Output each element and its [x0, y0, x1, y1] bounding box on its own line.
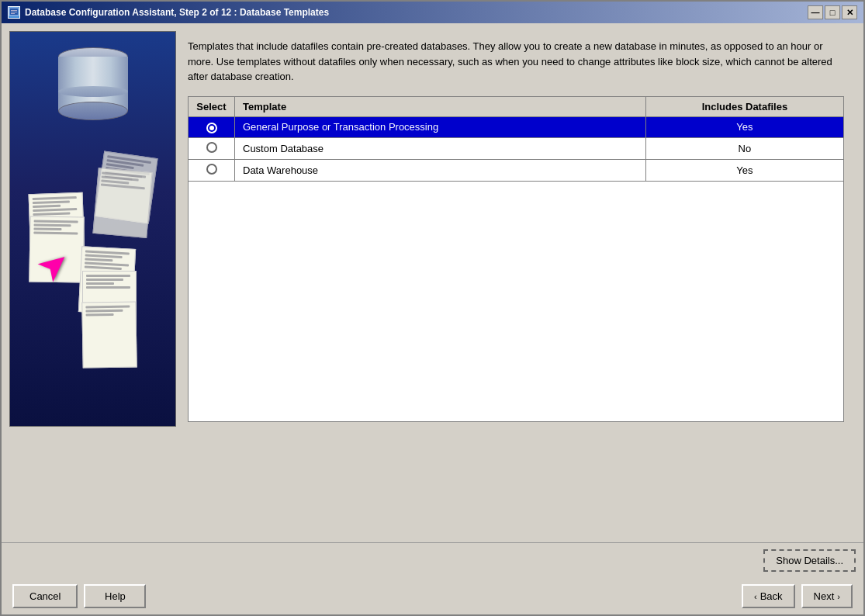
- cancel-button[interactable]: Cancel: [12, 584, 78, 608]
- next-chevron: ›: [837, 592, 840, 601]
- paper-back2: [92, 168, 152, 238]
- radio-cell[interactable]: [189, 116, 235, 137]
- app-icon: [8, 6, 20, 19]
- minimize-button[interactable]: —: [808, 5, 823, 19]
- col-select: Select: [189, 96, 235, 116]
- col-template: Template: [235, 96, 646, 116]
- template-name-cell: Custom Database: [235, 137, 646, 159]
- radio-button[interactable]: [206, 164, 217, 175]
- window-controls: — □ ✕: [808, 5, 857, 19]
- cylinder-graphic: [58, 47, 128, 125]
- templates-table: Select Template Includes Datafiles Gener…: [188, 96, 844, 182]
- footer-bar: Cancel Help ‹ Back Next ›: [2, 578, 863, 614]
- show-details-button[interactable]: Show Details...: [763, 549, 856, 572]
- window-title: Database Configuration Assistant, Step 2…: [25, 7, 329, 18]
- main-window: Database Configuration Assistant, Step 2…: [0, 0, 865, 616]
- description-text: Templates that include datafiles contain…: [188, 39, 844, 85]
- close-button[interactable]: ✕: [842, 5, 857, 19]
- cylinder-ring2: [58, 86, 128, 97]
- template-name-cell: General Purpose or Transaction Processin…: [235, 116, 646, 137]
- maximize-button[interactable]: □: [825, 5, 840, 19]
- help-button[interactable]: Help: [84, 584, 146, 608]
- content-area: ➤ Templates that include datafiles conta…: [2, 23, 863, 542]
- radio-cell[interactable]: [189, 159, 235, 181]
- show-details-bar: Show Details...: [2, 542, 863, 578]
- next-label: Next: [814, 590, 835, 602]
- table-row[interactable]: Data WarehouseYes: [189, 159, 844, 181]
- svg-rect-3: [11, 12, 17, 12]
- next-button[interactable]: Next ›: [801, 584, 853, 608]
- radio-button[interactable]: [206, 123, 217, 133]
- radio-button[interactable]: [206, 142, 217, 153]
- right-panel: Templates that include datafiles contain…: [176, 31, 856, 535]
- template-name-cell: Data Warehouse: [235, 159, 646, 181]
- title-bar-left: Database Configuration Assistant, Step 2…: [8, 6, 329, 19]
- col-includes: Includes Datafiles: [645, 96, 843, 116]
- svg-rect-2: [11, 10, 17, 11]
- table-row[interactable]: General Purpose or Transaction Processin…: [189, 116, 844, 137]
- back-chevron: ‹: [754, 592, 757, 601]
- papers-graphic: ➤: [22, 147, 165, 379]
- includes-datafiles-cell: Yes: [645, 116, 843, 137]
- paper5: [81, 301, 137, 368]
- radio-cell[interactable]: [189, 137, 235, 159]
- cylinder-bottom: [58, 102, 128, 120]
- footer-left-buttons: Cancel Help: [12, 584, 146, 608]
- back-button[interactable]: ‹ Back: [742, 584, 795, 608]
- svg-rect-4: [11, 13, 15, 14]
- illustration-panel: ➤: [9, 31, 176, 427]
- includes-datafiles-cell: Yes: [645, 159, 843, 181]
- back-label: Back: [760, 590, 783, 602]
- footer-right-buttons: ‹ Back Next ›: [742, 584, 853, 608]
- table-empty-area: [188, 182, 844, 422]
- includes-datafiles-cell: No: [645, 137, 843, 159]
- table-row[interactable]: Custom DatabaseNo: [189, 137, 844, 159]
- title-bar: Database Configuration Assistant, Step 2…: [2, 2, 863, 23]
